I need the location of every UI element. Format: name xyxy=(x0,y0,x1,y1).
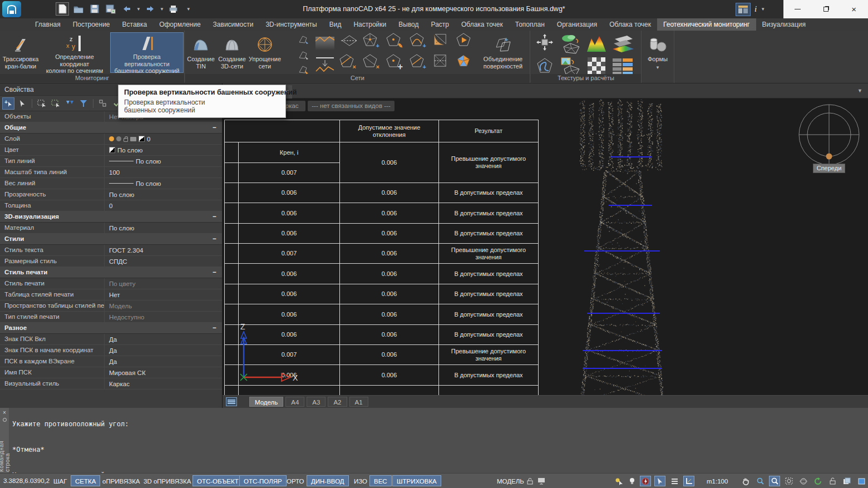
zoom-window-icon[interactable] xyxy=(769,476,780,486)
app-logo-icon[interactable] xyxy=(2,1,21,17)
toggle-otrack-object[interactable]: ОТС-ОБЪЕКТ xyxy=(193,475,243,486)
prop-row[interactable]: ПСК в каждом ВЭкранеДа xyxy=(0,356,222,367)
mesh-contour-icon[interactable] xyxy=(535,56,554,75)
mesh-play-icon[interactable] xyxy=(457,33,470,46)
toggle-grid[interactable]: СЕТКА xyxy=(71,475,100,486)
mesh-move-icon[interactable]: ✛ xyxy=(387,54,400,67)
pin-icon[interactable] xyxy=(3,418,7,422)
image-to-mesh-icon[interactable] xyxy=(560,56,582,76)
prop-row[interactable]: Тип стилей печатиНедоступно xyxy=(0,312,222,323)
menu-tab[interactable]: Вставка xyxy=(116,18,154,31)
list-icon[interactable] xyxy=(669,476,680,486)
ribbon-group-label[interactable]: Мониторинг xyxy=(0,74,184,82)
layout-tab-a3[interactable]: A3 xyxy=(307,397,326,407)
quick-select-icon[interactable] xyxy=(63,97,76,110)
layout-tab-a2[interactable]: A2 xyxy=(328,397,347,407)
toggle-lineweight[interactable]: ВЕС xyxy=(369,475,392,486)
command-line-panel[interactable]: × Командная строка Укажите противоположн… xyxy=(0,408,868,473)
create-3d-mesh-button[interactable]: Создание 3D-сети xyxy=(216,32,248,73)
toggle-dyn-input[interactable]: ДИН-ВВОД xyxy=(307,475,349,486)
undo-dropdown-icon[interactable]: ▼ xyxy=(136,7,141,12)
prop-row[interactable]: Размерный стильСПДС xyxy=(0,256,222,267)
prop-row[interactable]: Стиль печатиПо цвету xyxy=(0,278,222,289)
prop-row[interactable]: МатериалПо слою xyxy=(0,223,222,234)
unlock-icon[interactable] xyxy=(827,476,838,486)
layout-tab-model[interactable]: Модель xyxy=(249,397,283,407)
select-similar-icon[interactable] xyxy=(97,97,109,110)
mesh-curve-add-icon[interactable]: + xyxy=(410,33,423,46)
surface-profile-icon[interactable] xyxy=(314,34,336,52)
new-document-icon[interactable] xyxy=(56,2,69,16)
prop-group-plotstyle[interactable]: Стиль печати− xyxy=(0,267,222,278)
collapse-icon[interactable]: − xyxy=(213,269,216,278)
wheel-handle[interactable] xyxy=(826,154,832,160)
layout-tab-a1[interactable]: A1 xyxy=(349,397,368,407)
toggle-ortho[interactable]: ОРТО xyxy=(282,475,309,486)
save-icon[interactable] xyxy=(88,2,101,16)
prop-group-misc[interactable]: Разное− xyxy=(0,323,222,334)
layer-on-icon[interactable] xyxy=(109,136,114,141)
collapse-icon[interactable]: − xyxy=(213,124,216,133)
create-tin-button[interactable]: Создание TIN xyxy=(186,32,215,73)
save-all-icon[interactable] xyxy=(104,2,117,16)
view-navigation-wheel[interactable] xyxy=(797,103,861,166)
prop-group-general[interactable]: Общие− xyxy=(0,122,222,134)
select-cursor-icon[interactable] xyxy=(16,97,28,110)
ribbon-group-label[interactable]: Текстуры и расчёты xyxy=(531,74,641,82)
prop-row[interactable]: Имя ПСКМировая СК xyxy=(0,367,222,378)
menu-tab[interactable]: Главная xyxy=(29,18,67,31)
sheet-switch-icon[interactable] xyxy=(841,476,852,486)
layout-tab-a4[interactable]: A4 xyxy=(285,397,304,407)
filter-icon[interactable] xyxy=(77,97,90,110)
layer-color-swatch[interactable] xyxy=(139,136,145,142)
merge-surfaces-button[interactable]: + Объединение поверхностей xyxy=(479,32,527,73)
toggle-otrack-polar[interactable]: ОТС-ПОЛЯР xyxy=(239,475,287,486)
prop-row[interactable]: Знак ПСК ВклДа xyxy=(0,334,222,345)
regen-icon[interactable] xyxy=(812,476,823,486)
linked-views-button[interactable]: --- нет связанных видов --- xyxy=(308,101,394,111)
ucs-toggle-icon[interactable] xyxy=(683,476,694,486)
mesh-delete-icon[interactable]: × xyxy=(340,54,353,67)
trace-crane-beam-button[interactable]: Трассировка кран-балки xyxy=(2,32,39,73)
open-folder-icon[interactable] xyxy=(72,2,85,16)
light-cursor-icon[interactable] xyxy=(613,476,624,486)
menu-tab[interactable]: Оформление xyxy=(153,18,206,31)
mesh-tool-small-icon[interactable] xyxy=(297,33,310,46)
mesh-insert-icon[interactable]: + xyxy=(410,54,423,67)
prop-row-lineweight[interactable]: Вес линийПо слою xyxy=(0,178,222,189)
tower-verticality-button[interactable]: Проверка вертикальности башенных сооруже… xyxy=(110,32,184,73)
toggle-3d-osnap[interactable]: 3D оПРИВЯЗКА xyxy=(139,475,195,486)
annotation-scale[interactable]: m1:100 xyxy=(702,475,732,486)
selection-cursor-icon[interactable] xyxy=(654,476,665,486)
toggle-iso[interactable]: ИЗО xyxy=(349,475,372,486)
menu-tab[interactable]: Растр xyxy=(425,18,455,31)
menu-tab[interactable]: Вид xyxy=(323,18,348,31)
prop-row-layer[interactable]: Слой0 xyxy=(0,134,222,145)
move-3d-icon[interactable] xyxy=(535,33,554,52)
prop-row-color[interactable]: ЦветПо слою xyxy=(0,145,222,156)
undo-icon[interactable] xyxy=(120,2,134,16)
toggle-snap[interactable]: ШАГ xyxy=(49,475,71,486)
monitor-icon[interactable] xyxy=(536,476,547,486)
prop-row[interactable]: Знак ПСК в начале координатДа xyxy=(0,345,222,356)
prop-row[interactable]: Таблица стилей печатиНет xyxy=(0,289,222,300)
prop-group-styles[interactable]: Стили− xyxy=(0,234,222,245)
mesh-color-icon[interactable] xyxy=(457,54,470,67)
color-swatch[interactable] xyxy=(109,147,115,153)
layer-freeze-icon[interactable] xyxy=(116,136,121,141)
info-dropdown-icon[interactable]: ▼ xyxy=(761,7,765,12)
add-to-selection-icon[interactable]: + xyxy=(2,97,14,110)
command-history[interactable]: Укажите противоположный угол: *Отмена* У… xyxy=(12,408,258,473)
point-cloud-tower[interactable] xyxy=(556,99,688,396)
menu-tab[interactable]: Организация xyxy=(551,18,603,31)
menu-tab[interactable]: Настройки xyxy=(347,18,392,31)
select-window-icon[interactable] xyxy=(36,97,48,110)
calc-table-icon[interactable] xyxy=(610,56,635,76)
menu-tab[interactable]: Зависимости xyxy=(207,18,260,31)
checkerboard-texture-icon[interactable] xyxy=(585,56,608,76)
drape-line-icon[interactable] xyxy=(314,54,336,74)
collapse-icon[interactable]: − xyxy=(213,235,216,244)
menu-tab[interactable]: 3D-инструменты xyxy=(259,18,323,31)
close-icon[interactable]: × xyxy=(3,410,6,416)
terrain-cut-icon[interactable] xyxy=(433,33,447,46)
